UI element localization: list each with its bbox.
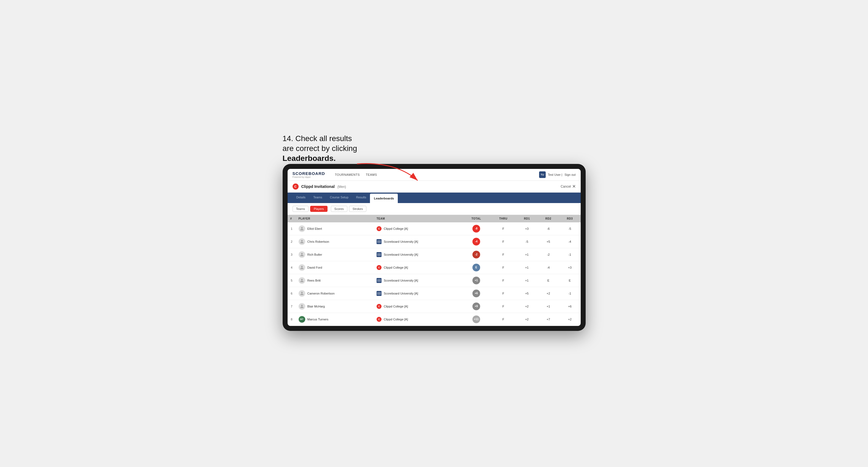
cell-thru: F: [490, 248, 516, 261]
cell-thru: F: [490, 274, 516, 287]
cell-team: Scoreboard University [A]: [374, 287, 462, 300]
filter-strokes[interactable]: Strokes: [349, 206, 366, 212]
cell-rd1: +2: [516, 300, 538, 313]
cell-rd3: +3: [559, 261, 581, 274]
total-badge: +6: [472, 289, 480, 297]
cell-pos: 2: [287, 235, 296, 248]
tab-teams[interactable]: Teams: [309, 193, 326, 203]
instruction-line2: are correct by clicking: [283, 144, 357, 153]
player-name: Marcus Turners: [307, 318, 328, 321]
cell-rd2: E: [538, 274, 559, 287]
total-badge: +1: [472, 277, 480, 284]
table-row: 6Cameron RobertsonScoreboard University …: [287, 287, 581, 300]
tab-course-setup[interactable]: Course Setup: [326, 193, 352, 203]
total-badge: -4: [472, 238, 480, 246]
cell-rd1: +1: [516, 274, 538, 287]
cell-pos: 6: [287, 287, 296, 300]
cell-rd3: +2: [559, 313, 581, 326]
cancel-button[interactable]: Cancel: [561, 185, 571, 188]
total-badge: -2: [472, 251, 480, 258]
cell-total: +1: [462, 274, 490, 287]
total-badge: +11: [472, 315, 480, 323]
cell-rd3: +6: [559, 300, 581, 313]
player-name: Elliot Ebert: [307, 227, 322, 230]
svg-point-1: [301, 227, 303, 229]
cell-rd1: +3: [516, 222, 538, 235]
player-avatar: [299, 290, 305, 297]
team-logo-clippd: C: [377, 226, 381, 231]
cell-team: Scoreboard University [A]: [374, 274, 462, 287]
filter-scores[interactable]: Scores: [331, 206, 347, 212]
team-name: Scoreboard University [A]: [384, 279, 418, 282]
cell-pos: 5: [287, 274, 296, 287]
team-name: Clippd College [A]: [384, 227, 408, 230]
cell-team: Scoreboard University [A]: [374, 235, 462, 248]
cell-pos: 8: [287, 313, 296, 326]
team-logo-clippd: C: [377, 304, 381, 309]
tab-results[interactable]: Results: [352, 193, 370, 203]
team-name: Scoreboard University [A]: [384, 240, 418, 243]
filter-teams[interactable]: Teams: [292, 206, 309, 212]
tab-leaderboards[interactable]: Leaderboards: [370, 194, 398, 203]
table-row: 2Chris RobertsonScoreboard University [A…: [287, 235, 581, 248]
player-avatar: MT: [299, 316, 305, 323]
cell-rd2: +1: [538, 300, 559, 313]
nav-teams[interactable]: TEAMS: [365, 172, 377, 178]
player-avatar: [299, 225, 305, 232]
cell-rd1: -5: [516, 235, 538, 248]
instruction-line1: 14. Check all results: [283, 134, 352, 143]
tab-bar: Details Teams Course Setup Results Leade…: [287, 193, 581, 203]
logo-sub: Powered by clippd: [292, 176, 325, 178]
cell-player: Rich Butler: [296, 248, 374, 261]
tournament-header: C Clippd Invitational (Men) Cancel ✕: [287, 181, 581, 193]
table-row: 4David FordCClippd College [A]EF+1-4+3: [287, 261, 581, 274]
cell-thru: F: [490, 261, 516, 274]
svg-point-5: [301, 279, 303, 280]
cell-rd1: +1: [516, 261, 538, 274]
cell-rd2: +2: [538, 287, 559, 300]
player-name: Blair McHarg: [307, 305, 325, 308]
instruction-text: 14. Check all results are correct by cli…: [283, 134, 357, 164]
col-rd2: RD2: [538, 215, 559, 222]
team-name: Scoreboard University [A]: [384, 253, 418, 256]
cell-player: Blair McHarg: [296, 300, 374, 313]
filter-players[interactable]: Players: [310, 206, 328, 212]
cell-rd1: +1: [516, 248, 538, 261]
col-rd1: RD1: [516, 215, 538, 222]
cell-rd3: -4: [559, 235, 581, 248]
cell-player: Rees Britt: [296, 274, 374, 287]
total-badge: -8: [472, 225, 480, 232]
player-name: Rich Butler: [307, 253, 322, 256]
nav-right: TU Test User | Sign out: [539, 172, 576, 178]
team-name: Clippd College [A]: [384, 305, 408, 308]
cell-rd2: -2: [538, 248, 559, 261]
table-row: 5Rees BrittScoreboard University [A]+1F+…: [287, 274, 581, 287]
player-avatar: [299, 264, 305, 271]
nav-tournaments[interactable]: TOURNAMENTS: [334, 172, 360, 178]
tournament-name: Clippd Invitational (Men): [301, 184, 561, 189]
cell-player: MTMarcus Turners: [296, 313, 374, 326]
col-thru: THRU: [490, 215, 516, 222]
svg-point-4: [301, 266, 303, 268]
cell-rd3: -5: [559, 222, 581, 235]
team-logo-scoreboard: [377, 291, 381, 296]
cell-thru: F: [490, 222, 516, 235]
cell-pos: 3: [287, 248, 296, 261]
tablet-frame: SCOREBOARD Powered by clippd TOURNAMENTS…: [283, 164, 586, 331]
team-logo-scoreboard: [377, 278, 381, 283]
cancel-x[interactable]: ✕: [572, 184, 576, 189]
total-badge: +9: [472, 303, 480, 310]
team-name: Clippd College [A]: [384, 318, 408, 321]
leaderboard-table: # PLAYER TEAM TOTAL THRU RD1 RD2 RD3 1El…: [287, 215, 581, 326]
cell-team: CClippd College [A]: [374, 222, 462, 235]
cell-total: +6: [462, 287, 490, 300]
tab-details[interactable]: Details: [292, 193, 310, 203]
cell-rd3: E: [559, 274, 581, 287]
cell-rd3: -1: [559, 248, 581, 261]
player-avatar: [299, 251, 305, 258]
sign-out-link[interactable]: Sign out: [564, 173, 576, 176]
col-player: PLAYER: [296, 215, 374, 222]
team-logo-clippd: C: [377, 265, 381, 270]
filter-bar: Teams Players Scores Strokes: [287, 203, 581, 215]
cell-rd2: +7: [538, 313, 559, 326]
